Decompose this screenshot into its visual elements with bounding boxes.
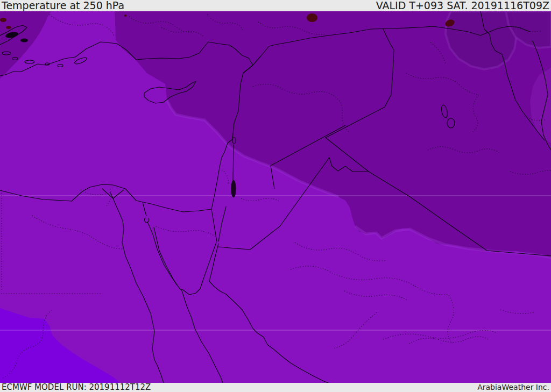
valid-time-label: VALID T+093 SAT. 20191116T09Z [376, 0, 549, 11]
weather-map-app: Temperature at 250 hPa VALID T+093 SAT. … [0, 0, 551, 392]
footer-bar: ECMWF MODEL RUN: 20191112T12Z ArabiaWeat… [0, 383, 551, 392]
temperature-map [0, 11, 551, 383]
header-bar: Temperature at 250 hPa VALID T+093 SAT. … [0, 0, 551, 11]
map-canvas [0, 11, 551, 383]
page-title: Temperature at 250 hPa [2, 0, 124, 11]
brand-label: ArabiaWeather Inc. [477, 383, 549, 392]
model-run-label: ECMWF MODEL RUN: 20191112T12Z [2, 383, 151, 392]
dead-sea [231, 180, 236, 197]
